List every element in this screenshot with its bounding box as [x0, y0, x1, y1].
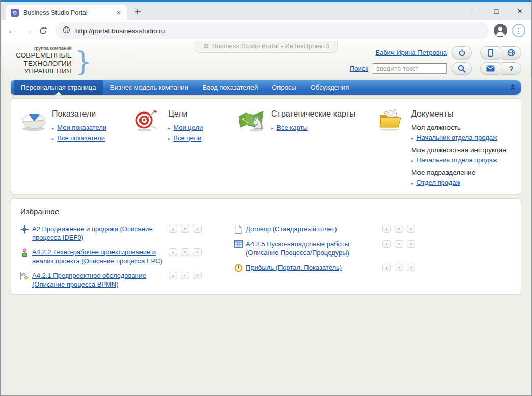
profile-avatar[interactable]	[494, 24, 507, 37]
favorites-left-column: А2 Продвижение и продажи (Описание проце…	[20, 224, 202, 289]
link-my-indicators[interactable]: Мои показатели	[57, 124, 106, 131]
bullet-icon: ▸	[168, 126, 170, 131]
idef0-icon	[20, 225, 29, 234]
sections-panel: Показатели ▸Мои показатели ▸Все показате…	[11, 98, 521, 194]
remove-button[interactable]: ×	[407, 225, 415, 233]
user-name-link[interactable]: Бабич Ирина Петровна	[375, 49, 447, 56]
strategy-map-icon: ♞	[238, 109, 265, 134]
back-icon[interactable]: ←	[5, 23, 20, 38]
section-title: Стратегические карты	[271, 109, 355, 119]
move-down-button[interactable]: ▾	[181, 248, 189, 256]
link-all-goals[interactable]: Все цели	[173, 134, 201, 142]
tab-personal-page[interactable]: Персональная страница	[14, 80, 103, 95]
tab-indicator-input[interactable]: Ввод показателей	[196, 80, 265, 95]
tab-surveys[interactable]: Опросы	[265, 80, 302, 95]
move-up-button[interactable]: ▴	[382, 240, 391, 248]
mobile-version-button[interactable]	[480, 46, 500, 59]
target-icon	[134, 109, 158, 134]
favorite-item: А4.2.5 Пуско-наладочные работы (Описание…	[234, 240, 415, 257]
favorite-link[interactable]: А4.2.5 Пуско-наладочные работы (Описание…	[246, 240, 382, 257]
forward-icon[interactable]: →	[20, 23, 35, 38]
portal-page: группа компаний СОВРЕМЕННЫЕ ТЕХНОЛОГИИ У…	[1, 41, 531, 396]
browser-toolbar: ← → http://portal.businessstudio.ru ⋮	[1, 20, 531, 41]
tab-discussions[interactable]: Обсуждения	[304, 80, 356, 95]
link-job-description[interactable]: Начальник отдела продаж	[416, 156, 497, 164]
globe-icon	[507, 49, 515, 57]
favorite-item: А4.2.1 Предпроектное обследование (Описа…	[20, 271, 202, 289]
favorite-item: А4.2.2 Техно-рабочее проектирование и ан…	[20, 248, 202, 265]
doc-group-label: Моя должностная инструкция	[411, 146, 506, 154]
browser-menu-icon[interactable]: ⋮	[512, 24, 525, 37]
window-controls: – □ ×	[461, 2, 531, 20]
minimize-button[interactable]: –	[461, 2, 485, 20]
search-input[interactable]	[373, 63, 447, 74]
bullet-icon: ▸	[52, 126, 54, 131]
portal-title-tab: ⚙ Business Studio Portal - ИнТехПроект3	[194, 41, 337, 53]
remove-button[interactable]: ×	[193, 248, 202, 256]
browser-tab-title: Business Studio Portal	[23, 9, 114, 16]
power-icon	[458, 49, 466, 56]
move-up-button[interactable]: ▴	[169, 272, 177, 279]
favorites-title: Избранное	[20, 207, 512, 216]
remove-button[interactable]: ×	[407, 264, 415, 271]
bpmn-icon	[20, 272, 29, 280]
bullet-icon: ▸	[271, 126, 273, 131]
move-up-button[interactable]: ▴	[382, 225, 391, 233]
link-my-position[interactable]: Начальник отдела продаж	[416, 134, 497, 142]
portal-title-text: Business Studio Portal - ИнТехПроект3	[212, 42, 329, 50]
link-my-department[interactable]: Отдел продаж	[416, 179, 460, 186]
folder-icon	[378, 109, 402, 133]
mail-button[interactable]	[480, 62, 500, 75]
bullet-icon: ▸	[411, 181, 413, 186]
bullet-icon: ▸	[168, 136, 170, 142]
section-documents: Документы Моя должность ▸Начальник отдел…	[378, 108, 512, 184]
browser-window: ⚙ Business Studio Portal × + – □ × ← → h…	[0, 0, 532, 396]
section-goals: Цели ▸Мои цели ▸Все цели	[134, 108, 238, 184]
browser-tab[interactable]: ⚙ Business Studio Portal ×	[6, 5, 127, 20]
move-down-button[interactable]: ▾	[181, 225, 189, 233]
remove-button[interactable]: ×	[407, 240, 415, 248]
favorite-item: А2 Продвижение и продажи (Описание проце…	[20, 224, 202, 242]
tab-business-model[interactable]: Бизнес-модель компании	[104, 80, 195, 95]
reload-icon[interactable]	[35, 23, 50, 38]
search-button[interactable]	[452, 62, 472, 75]
remove-button[interactable]: ×	[193, 225, 202, 233]
report-icon	[234, 225, 243, 234]
move-up-button[interactable]: ▴	[169, 248, 177, 256]
favorite-link[interactable]: А4.2.1 Предпроектное обследование (Описа…	[32, 271, 169, 289]
move-up-button[interactable]: ▴	[382, 264, 391, 271]
doc-group-label: Моя должность	[411, 124, 506, 131]
maximize-button[interactable]: □	[485, 2, 508, 20]
new-tab-button[interactable]: +	[135, 6, 141, 18]
move-up-button[interactable]: ▴	[169, 225, 177, 233]
mobile-phone-icon	[487, 49, 494, 57]
logo-line: СОВРЕМЕННЫЕ	[16, 51, 72, 60]
bullet-icon: ▸	[411, 136, 413, 141]
link-all-indicators[interactable]: Все показатели	[57, 134, 105, 142]
procedure-icon	[234, 240, 243, 249]
tab-close-icon[interactable]: ×	[114, 8, 123, 17]
logout-power-button[interactable]	[452, 46, 472, 59]
move-down-button[interactable]: ▾	[181, 272, 189, 279]
collapse-chevrons-icon[interactable]	[509, 83, 516, 93]
search-link[interactable]: Поиск	[350, 65, 368, 72]
favorites-panel: Избранное	[11, 198, 521, 295]
help-button[interactable]: ?	[501, 62, 521, 75]
mail-icon	[486, 65, 495, 72]
favorite-link[interactable]: Прибыль (Портал. Показатель)	[246, 263, 382, 272]
link-all-maps[interactable]: Все карты	[276, 124, 307, 131]
move-down-button[interactable]: ▾	[395, 264, 403, 271]
favorite-link[interactable]: А4.2.2 Техно-рабочее проектирование и ан…	[32, 248, 169, 265]
link-my-goals[interactable]: Мои цели	[173, 124, 203, 131]
close-button[interactable]: ×	[508, 2, 531, 20]
section-indicators: Показатели ▸Мои показатели ▸Все показате…	[20, 108, 134, 184]
favicon-gear-icon: ⚙	[11, 9, 19, 17]
url-bar[interactable]: http://portal.businessstudio.ru	[55, 22, 489, 39]
move-down-button[interactable]: ▾	[395, 240, 403, 248]
favorite-link[interactable]: Договор (Стандартный отчет)	[246, 224, 382, 233]
favorite-link[interactable]: А2 Продвижение и продажи (Описание проце…	[32, 224, 169, 242]
remove-button[interactable]: ×	[193, 272, 202, 279]
epc-icon	[20, 248, 29, 257]
language-globe-button[interactable]	[501, 46, 521, 59]
move-down-button[interactable]: ▾	[395, 225, 403, 233]
